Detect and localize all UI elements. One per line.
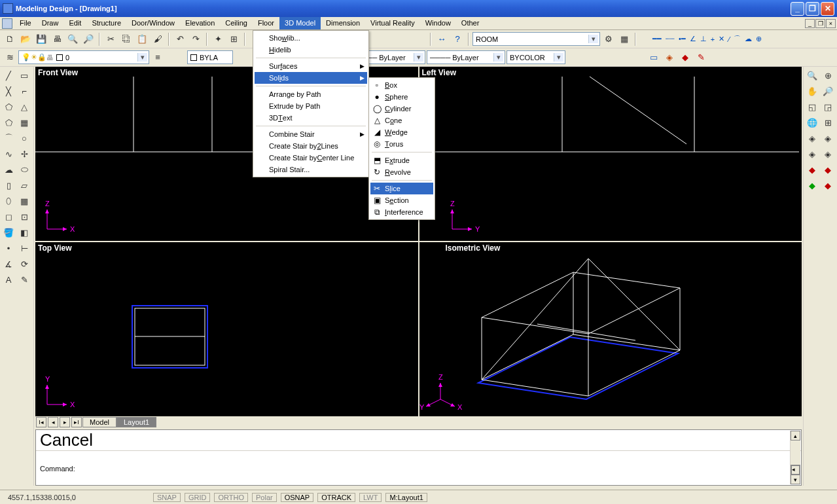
paint-icon[interactable]: 🪣 — [1, 225, 16, 240]
polygon-icon[interactable]: ⬠ — [1, 99, 16, 114]
spline-icon[interactable]: ∿ — [1, 147, 16, 161]
mi-cone[interactable]: △Cone — [370, 115, 433, 126]
mi-surfaces[interactable]: Surfaces▶ — [255, 60, 367, 72]
mi-spiral-stair[interactable]: Spiral Stair... — [255, 164, 367, 175]
mi-interference[interactable]: ⧉Interference — [370, 206, 433, 218]
arc-icon[interactable]: ⌒ — [1, 131, 16, 145]
prism-tool-icon[interactable]: ◈ — [662, 50, 677, 65]
cut-icon[interactable]: ✂ — [103, 32, 118, 46]
angle-icon[interactable]: ∠ — [690, 35, 696, 43]
grid-icon[interactable]: ⊞ — [226, 32, 241, 46]
polyline-icon[interactable]: ⌐ — [17, 84, 31, 98]
menu-other[interactable]: Other — [456, 17, 485, 29]
misc-tool-icon[interactable]: ∡ — [1, 257, 16, 271]
mi-box[interactable]: ▫Box — [370, 79, 433, 91]
move-icon[interactable]: ✢ — [17, 147, 31, 161]
tab-last-button[interactable]: ▸I — [71, 417, 82, 427]
snap-icon[interactable]: ✦ — [211, 32, 225, 46]
menu-window[interactable]: Window — [420, 17, 456, 29]
cross-icon[interactable]: ✕ — [719, 35, 724, 43]
mi-hidelib[interactable]: Hidelib — [255, 44, 367, 56]
layer-mgr-icon[interactable]: ≋ — [3, 50, 17, 65]
scroll-left-button[interactable]: ◂ — [791, 465, 800, 475]
tab-first-button[interactable]: I◂ — [36, 417, 46, 427]
menu-edit[interactable]: Edit — [63, 17, 86, 29]
plotstyle-dropdown[interactable]: BYCOLOR▾ — [507, 50, 565, 64]
tab-model[interactable]: Model — [82, 417, 116, 427]
scroll-up-button[interactable]: ▴ — [791, 431, 800, 441]
render4-icon[interactable]: ◆ — [821, 178, 835, 192]
new-icon[interactable]: 🗋 — [3, 32, 17, 46]
edit-tool-icon[interactable]: ✎ — [694, 50, 708, 65]
color-dropdown[interactable]: BYLA — [187, 50, 233, 64]
zoom-win-icon[interactable]: 🔍 — [805, 68, 819, 82]
brush-tool-icon[interactable]: ✎ — [17, 272, 31, 287]
hatch2-icon[interactable]: ▦ — [17, 115, 31, 130]
open-icon[interactable]: 📂 — [18, 32, 33, 46]
iso2-icon[interactable]: ◈ — [821, 131, 835, 145]
menu-structure[interactable]: Structure — [86, 17, 126, 29]
distance-icon[interactable]: ↔ — [435, 32, 449, 46]
gear-icon[interactable]: ⚙ — [601, 32, 616, 46]
find-icon[interactable]: 🔎 — [81, 32, 96, 46]
plus-line-icon[interactable]: + — [711, 35, 715, 43]
viewport-iso[interactable]: Isometric View X Y Z — [419, 242, 802, 416]
mi-wedge[interactable]: ◢Wedge — [370, 126, 433, 138]
minimize-button[interactable]: _ — [791, 2, 804, 16]
viewgrid-icon[interactable]: ⊞ — [821, 115, 835, 130]
rect-icon[interactable]: ▭ — [17, 68, 31, 82]
menu-doorwindow[interactable]: Door/Window — [126, 17, 180, 29]
circle-icon[interactable]: ○ — [17, 131, 31, 145]
lineweight-dropdown[interactable]: ──── ByLayer▾ — [427, 50, 505, 64]
mi-slice[interactable]: ✂Slice — [370, 183, 433, 194]
arc3-icon[interactable]: △ — [17, 99, 31, 114]
region-icon[interactable]: ⊡ — [17, 209, 31, 224]
match-icon[interactable]: 🖌 — [151, 32, 165, 46]
cloud-icon[interactable]: ☁ — [745, 35, 752, 43]
status-grid[interactable]: GRID — [185, 493, 211, 502]
iso1-icon[interactable]: ◈ — [805, 131, 819, 145]
save-icon[interactable]: 💾 — [34, 32, 48, 46]
render3-icon[interactable]: ◆ — [805, 178, 819, 192]
mi-sphere[interactable]: ●Sphere — [370, 91, 433, 103]
dim-tool-icon[interactable]: ⊢ — [17, 241, 31, 255]
menu-dimension[interactable]: Dimension — [321, 17, 365, 29]
layer-prev-icon[interactable]: ≡ — [151, 50, 165, 65]
text-icon[interactable]: A — [1, 272, 16, 287]
mdi-restore-button[interactable]: ❐ — [815, 19, 825, 28]
mi-solids[interactable]: Solids▶ — [255, 72, 367, 84]
status-mlayout[interactable]: M:Layout1 — [385, 493, 427, 502]
menu-virtualreality[interactable]: Virtual Reality — [365, 17, 420, 29]
mi-stair-center[interactable]: Create Stair by Center Line — [255, 152, 367, 164]
revolve-tool-icon[interactable]: ⟳ — [17, 257, 31, 271]
orbit-icon[interactable]: 🌐 — [805, 115, 819, 130]
menu-floor[interactable]: Floor — [253, 17, 279, 29]
drop-icon[interactable]: ⬯ — [1, 194, 16, 208]
mdi-close-button[interactable]: × — [826, 19, 836, 28]
preview-icon[interactable]: 🔍 — [65, 32, 80, 46]
redo-icon[interactable]: ↷ — [188, 32, 203, 46]
mi-section[interactable]: ▣Section — [370, 194, 433, 206]
mi-cylinder[interactable]: ◯Cylinder — [370, 103, 433, 115]
menu-draw[interactable]: Draw — [37, 17, 64, 29]
status-osnap[interactable]: OSNAP — [281, 493, 314, 502]
mi-showlib[interactable]: Showlib... — [255, 32, 367, 44]
tab-layout1[interactable]: Layout1 — [116, 417, 156, 427]
status-snap[interactable]: SNAP — [153, 493, 181, 502]
scroll-down-button[interactable]: ▾ — [791, 475, 800, 484]
hatch-icon[interactable]: ▦ — [17, 194, 31, 208]
menu-file[interactable]: File — [14, 17, 37, 29]
slash-icon[interactable]: ∕ — [728, 35, 730, 43]
block-icon[interactable]: ◧ — [17, 225, 31, 240]
curve-icon[interactable]: ⌒ — [734, 34, 741, 44]
status-polar[interactable]: Polar — [252, 493, 277, 502]
print-icon[interactable]: 🖶 — [50, 32, 64, 46]
xline-icon[interactable]: ╳ — [1, 84, 16, 98]
line-end-icon[interactable]: •━ — [679, 35, 686, 43]
menu-ceiling[interactable]: Ceiling — [220, 17, 253, 29]
copy-icon[interactable]: ⿻ — [119, 32, 134, 46]
pent-icon[interactable]: ⬠ — [1, 115, 16, 130]
render1-icon[interactable]: ◆ — [805, 162, 819, 177]
iso3-icon[interactable]: ◈ — [805, 147, 819, 161]
mdi-minimize-button[interactable]: _ — [805, 19, 815, 28]
